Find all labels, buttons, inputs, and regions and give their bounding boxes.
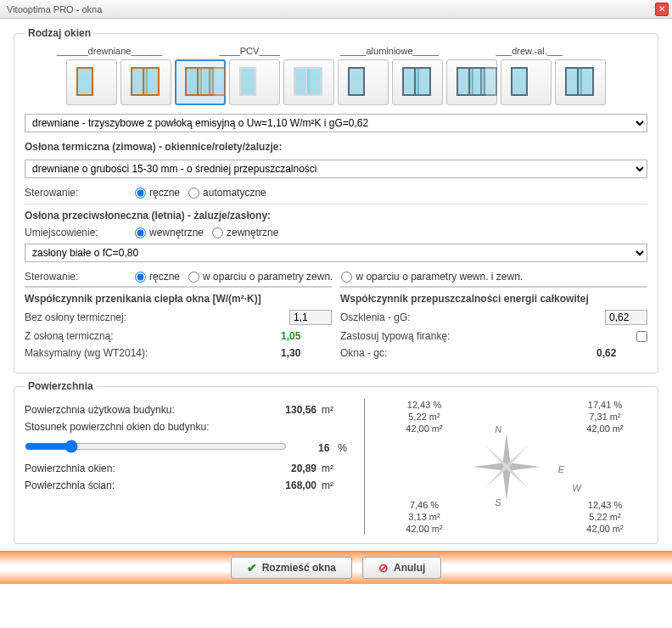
compass-icon [468, 429, 545, 505]
thermal-cover-title: Osłona termiczna (zimowa) - okiennice/ro… [25, 141, 647, 153]
window-alum-2pane[interactable] [392, 59, 443, 105]
surface-group: Powierzchnia Powierzchnia użytkowa budyn… [14, 380, 658, 544]
thermal-control-auto[interactable]: automatyczne [188, 187, 266, 199]
sun-control-row: Sterowanie: ręczne w oparciu o parametry… [25, 271, 647, 283]
walls-area-label: Powierzchnia ścian: [25, 479, 262, 491]
thermal-cover-select[interactable]: drewniane o grubości 15-30 mm - o średni… [25, 160, 647, 178]
g-curtain-label: Zastosuj typową firankę: [340, 330, 636, 342]
sun-ctrl-intext[interactable]: w oparciu o parametry wewn. i zewn. [341, 271, 523, 283]
windows-area-value: 20,89 [262, 463, 322, 474]
window-title: Vitooptima PRO - okna [7, 4, 655, 14]
thermal-control-label: Sterowanie: [25, 187, 126, 199]
windows-area-label: Powierzchnia okien: [25, 463, 262, 474]
sun-loc-outer[interactable]: zewnętrzne [212, 227, 278, 238]
cat-label-wood: ______drewniane______ [25, 46, 194, 56]
g-window-value: 0,62 [596, 347, 647, 359]
sun-location-label: Umiejscowienie: [25, 227, 126, 238]
window-type-icons [25, 59, 647, 105]
cat-label-pcv: ____PCV____ [194, 46, 305, 56]
cancel-icon: ⊘ [378, 561, 389, 575]
dir-s: 12,43 % 5,22 m² 42,00 m² [563, 499, 647, 535]
window-category-labels: ______drewniane______ ____PCV____ _____a… [25, 46, 647, 56]
u-with-cover-value: 1,05 [281, 330, 332, 342]
cat-label-drewal: ___drew.-al.___ [474, 46, 585, 56]
sun-ctrl-ext[interactable]: w oparciu o parametry zewn. [188, 271, 333, 283]
close-button[interactable]: ✕ [655, 3, 669, 16]
usable-area-label: Powierzchnia użytkowa budynku: [25, 404, 262, 416]
g-curtain-checkbox[interactable] [636, 331, 647, 342]
sun-ctrl-manual[interactable]: ręczne [135, 271, 180, 283]
titlebar: Vitooptima PRO - okna ✕ [0, 0, 672, 19]
window-alum-3pane[interactable] [446, 59, 497, 105]
window-pcv-2pane[interactable] [283, 59, 334, 105]
g-coeff-panel: Współczynnik przepuszczalności energii c… [340, 286, 647, 364]
window-wood-2pane[interactable] [120, 59, 171, 105]
cat-label-alum: _____aluminiowe_____ [305, 46, 474, 56]
dir-e: 17,41 % 7,31 m² 42,00 m² [563, 399, 647, 435]
u-with-cover-label: Z osłoną termiczną: [25, 330, 281, 342]
dir-w: 7,46 % 3,13 m² 42,00 m² [382, 499, 467, 535]
bottom-bar: ✔ Rozmieść okna ⊘ Anuluj [0, 551, 672, 584]
window-pcv-1pane[interactable] [229, 59, 280, 105]
walls-area-value: 168,00 [262, 479, 322, 491]
window-type-legend: Rodzaj okien [25, 27, 94, 39]
window-wood-1pane[interactable] [66, 59, 117, 105]
ratio-value: 16 [295, 442, 329, 454]
g-glazing-label: Oszklenia - gG: [340, 311, 605, 323]
check-icon: ✔ [247, 561, 257, 575]
g-coeff-title: Współczynnik przepuszczalności energii c… [340, 293, 647, 305]
u-no-cover-label: Bez osłony termicznej: [25, 311, 289, 323]
surface-legend: Powierzchnia [25, 380, 97, 392]
usable-area-value: 130,56 [262, 404, 322, 416]
sun-cover-select[interactable]: zasłony białe o fC=0,80 [25, 244, 647, 262]
cancel-button[interactable]: ⊘ Anuluj [362, 557, 441, 579]
window-drewal-2pane[interactable] [555, 59, 606, 105]
surface-left: Powierzchnia użytkowa budynku: 130,56 m²… [25, 399, 347, 535]
sun-control-label: Sterowanie: [25, 271, 126, 283]
window-wood-3pane[interactable] [175, 59, 226, 105]
g-window-label: Okna - gc: [340, 347, 596, 359]
thermal-control-manual[interactable]: ręczne [135, 187, 180, 199]
dialog-body: Rodzaj okien ______drewniane______ ____P… [0, 19, 672, 544]
ok-button[interactable]: ✔ Rozmieść okna [231, 557, 352, 579]
ratio-slider[interactable] [25, 440, 287, 453]
window-type-group: Rodzaj okien ______drewniane______ ____P… [14, 27, 658, 373]
u-no-cover-input[interactable] [289, 310, 332, 325]
u-max-value: 1,30 [281, 347, 332, 359]
sun-location-row: Umiejscowienie: wewnętrzne zewnętrzne [25, 227, 647, 238]
dir-n: 12,43 % 5,22 m² 42,00 m² [382, 399, 467, 435]
sun-cover-title: Osłona przeciwsłoneczna (letnia) - żaluz… [25, 210, 647, 221]
ratio-label: Stosunek powierzchni okien do budynku: [25, 421, 347, 433]
u-max-label: Maksymalny (wg WT2014): [25, 347, 281, 359]
u-coeff-panel: Współczynnik przenikania ciepła okna [W/… [25, 286, 332, 364]
u-coeff-title: Współczynnik przenikania ciepła okna [W/… [25, 293, 332, 305]
g-glazing-input[interactable] [605, 310, 647, 325]
thermal-control-row: Sterowanie: ręczne automatyczne [25, 187, 647, 199]
compass-panel: N E W S 12,43 % 5,22 m² 42,00 m² 17,41 %… [364, 399, 647, 535]
sun-loc-inner[interactable]: wewnętrzne [135, 227, 204, 238]
window-drewal-1pane[interactable] [501, 59, 552, 105]
window-type-select[interactable]: drewniane - trzyszybowe z powłoką emisyj… [25, 114, 647, 132]
window-alum-1pane[interactable] [338, 59, 389, 105]
